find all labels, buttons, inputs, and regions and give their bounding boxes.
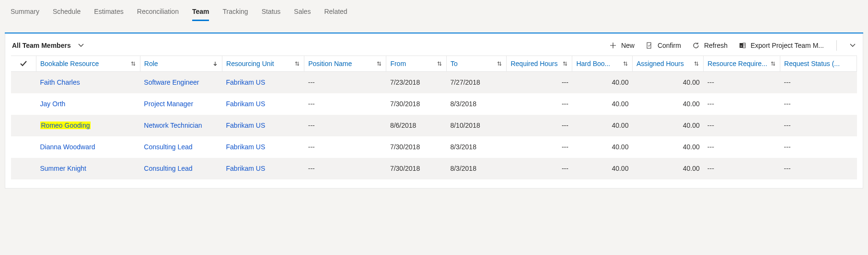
export-button[interactable]: x Export Project Team M... <box>739 42 824 49</box>
cell-role[interactable]: Software Engineer <box>140 72 222 93</box>
column-label: Assigned Hours <box>637 60 684 67</box>
sort-icon <box>437 61 442 67</box>
cell-from: 8/6/2018 <box>386 115 447 136</box>
new-button[interactable]: New <box>610 42 635 49</box>
cell-unit[interactable]: Fabrikam US <box>222 93 304 115</box>
cell-status: --- <box>780 93 857 115</box>
cell-from: 7/30/2018 <box>386 158 447 179</box>
row-select[interactable] <box>11 158 36 179</box>
cell-required: --- <box>507 93 572 115</box>
sort-icon <box>770 61 776 67</box>
view-header: All Team Members New <box>5 33 863 55</box>
column-header[interactable]: Resourcing Unit <box>222 56 304 72</box>
row-select[interactable] <box>11 72 36 93</box>
table-row[interactable]: Romeo GoodingNetwork TechnicianFabrikam … <box>11 115 857 136</box>
cell-unit[interactable]: Fabrikam US <box>222 136 304 158</box>
cell-status: --- <box>780 158 857 179</box>
overflow-button[interactable] <box>849 42 856 49</box>
cell-resource[interactable]: Dianna Woodward <box>36 136 140 158</box>
column-label: Role <box>144 60 158 67</box>
view-selector[interactable]: All Team Members <box>12 42 84 49</box>
column-header[interactable]: Resource Require... <box>704 56 780 72</box>
cell-position: --- <box>304 115 386 136</box>
table-row[interactable]: Summer KnightConsulting LeadFabrikam US-… <box>11 158 857 179</box>
table-row[interactable]: Jay OrthProject ManagerFabrikam US---7/3… <box>11 93 857 115</box>
tab-strip: SummaryScheduleEstimatesReconciliationTe… <box>0 0 868 21</box>
cell-unit[interactable]: Fabrikam US <box>222 72 304 93</box>
cell-hard: 40.00 <box>572 158 633 179</box>
sort-icon <box>497 61 502 67</box>
cell-hard: 40.00 <box>572 93 633 115</box>
tab-estimates[interactable]: Estimates <box>94 6 123 21</box>
refresh-label: Refresh <box>704 42 728 49</box>
cell-resource[interactable]: Summer Knight <box>36 158 140 179</box>
cell-role[interactable]: Consulting Lead <box>140 158 222 179</box>
grid-panel: All Team Members New <box>5 33 863 188</box>
tab-summary[interactable]: Summary <box>11 6 39 21</box>
cell-assigned: 40.00 <box>632 136 703 158</box>
cell-required: --- <box>507 136 572 158</box>
column-header[interactable]: Position Name <box>304 56 386 72</box>
tab-related[interactable]: Related <box>324 6 347 21</box>
cell-unit[interactable]: Fabrikam US <box>222 158 304 179</box>
tab-status[interactable]: Status <box>262 6 281 21</box>
cell-role[interactable]: Network Technician <box>140 115 222 136</box>
cell-assigned: 40.00 <box>632 93 703 115</box>
column-label: Resource Require... <box>707 60 767 67</box>
view-title-text: All Team Members <box>12 42 71 49</box>
tab-reconciliation[interactable]: Reconciliation <box>137 6 179 21</box>
command-separator <box>836 40 837 51</box>
cell-hard: 40.00 <box>572 136 633 158</box>
plus-icon <box>610 42 616 49</box>
column-label: Request Status (... <box>784 60 840 67</box>
column-label: Hard Boo... <box>576 60 610 67</box>
sort-icon <box>294 61 300 67</box>
cell-to: 8/3/2018 <box>446 136 507 158</box>
column-header[interactable]: Request Status (... <box>780 56 857 72</box>
cell-unit[interactable]: Fabrikam US <box>222 115 304 136</box>
confirm-button[interactable]: Confirm <box>646 42 681 49</box>
tab-schedule[interactable]: Schedule <box>53 6 81 21</box>
column-header[interactable]: From <box>386 56 447 72</box>
refresh-button[interactable]: Refresh <box>693 42 728 49</box>
column-label: Required Hours <box>510 60 557 67</box>
column-label: Bookable Resource <box>40 60 99 67</box>
sort-icon <box>130 61 136 67</box>
column-header[interactable]: Required Hours <box>507 56 572 72</box>
cell-reqres: --- <box>704 93 780 115</box>
cell-resource[interactable]: Romeo Gooding <box>36 115 140 136</box>
row-select[interactable] <box>11 136 36 158</box>
cell-hard: 40.00 <box>572 72 633 93</box>
svg-rect-3 <box>743 43 745 48</box>
cell-role[interactable]: Project Manager <box>140 93 222 115</box>
column-header[interactable]: To <box>446 56 507 72</box>
column-header[interactable]: Bookable Resource <box>36 56 140 72</box>
cell-required: --- <box>507 158 572 179</box>
new-label: New <box>621 42 635 49</box>
cell-to: 8/3/2018 <box>446 93 507 115</box>
column-header[interactable]: Assigned Hours <box>632 56 703 72</box>
row-select[interactable] <box>11 93 36 115</box>
column-label: To <box>451 60 458 67</box>
tab-team[interactable]: Team <box>192 6 209 21</box>
sort-icon <box>623 61 628 67</box>
tab-sales[interactable]: Sales <box>294 6 311 21</box>
table-row[interactable]: Faith CharlesSoftware EngineerFabrikam U… <box>11 72 857 93</box>
table-row[interactable]: Dianna WoodwardConsulting LeadFabrikam U… <box>11 136 857 158</box>
cell-resource[interactable]: Jay Orth <box>36 93 140 115</box>
column-header[interactable]: Role <box>140 56 222 72</box>
cell-resource[interactable]: Faith Charles <box>36 72 140 93</box>
select-all-header[interactable] <box>11 56 36 72</box>
cell-position: --- <box>304 136 386 158</box>
cell-status: --- <box>780 115 857 136</box>
row-select[interactable] <box>11 115 36 136</box>
cell-from: 7/23/2018 <box>386 72 447 93</box>
cell-status: --- <box>780 72 857 93</box>
tab-tracking[interactable]: Tracking <box>222 6 248 21</box>
cell-reqres: --- <box>704 115 780 136</box>
cell-role[interactable]: Consulting Lead <box>140 136 222 158</box>
cell-hard: 40.00 <box>572 115 633 136</box>
sort-icon <box>562 61 568 67</box>
cell-to: 7/27/2018 <box>446 72 507 93</box>
column-header[interactable]: Hard Boo... <box>572 56 633 72</box>
